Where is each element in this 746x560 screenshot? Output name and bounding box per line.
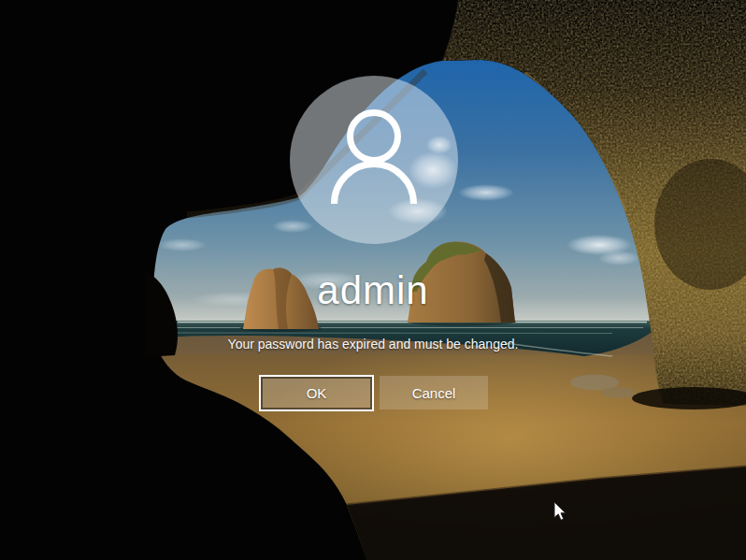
login-screen: admin Your password has expired and must…	[0, 0, 746, 560]
password-expired-message: Your password has expired and must be ch…	[0, 337, 746, 352]
person-outline-icon	[290, 76, 458, 244]
ok-button[interactable]: OK	[259, 375, 374, 411]
arrow-pointer-icon	[553, 501, 568, 522]
cancel-button[interactable]: Cancel	[380, 376, 488, 409]
username-label: admin	[0, 268, 746, 313]
user-avatar	[290, 76, 458, 244]
